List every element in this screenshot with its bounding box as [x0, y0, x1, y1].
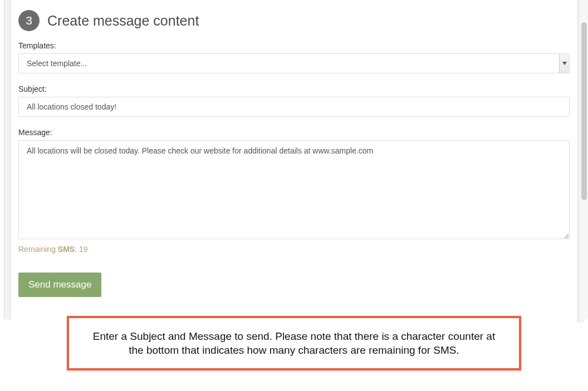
- message-label: Message:: [18, 128, 570, 137]
- scrollbar-track[interactable]: [580, 0, 588, 320]
- subject-label: Subject:: [18, 85, 570, 93]
- step-number-badge: 3: [18, 10, 40, 31]
- templates-select-wrap: Select template...: [18, 53, 570, 73]
- templates-label: Templates:: [18, 41, 570, 50]
- instruction-callout: Enter a Subject and Message to send. Ple…: [67, 316, 521, 370]
- counter-prefix: Remaining: [18, 245, 58, 254]
- form-content: 3 Create message content Templates: Sele…: [18, 0, 570, 314]
- page-root: 3 Create message content Templates: Sele…: [0, 0, 588, 391]
- step-header: 3 Create message content: [18, 10, 570, 31]
- templates-group: Templates: Select template...: [18, 41, 570, 73]
- scrollbar-thumb[interactable]: [581, 22, 587, 200]
- subject-group: Subject:: [18, 85, 570, 117]
- left-decorative-rail: [4, 0, 11, 323]
- message-textarea[interactable]: All locations will be closed today. Plea…: [18, 140, 570, 239]
- templates-select[interactable]: Select template...: [18, 53, 570, 73]
- counter-suffix: : 19: [75, 245, 87, 254]
- counter-bold: SMS: [58, 245, 75, 254]
- subject-input[interactable]: [18, 97, 570, 117]
- message-group: Message: All locations will be closed to…: [18, 128, 570, 254]
- callout-text: Enter a Subject and Message to send. Ple…: [93, 330, 495, 356]
- sms-counter: Remaining SMS: 19: [18, 245, 570, 254]
- send-message-button[interactable]: Send message: [18, 273, 101, 297]
- step-title: Create message content: [47, 13, 199, 29]
